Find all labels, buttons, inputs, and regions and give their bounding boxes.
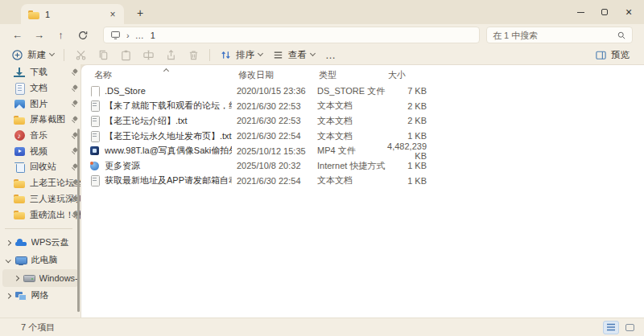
- text-file-icon: [89, 175, 100, 186]
- sort-button[interactable]: 排序: [215, 47, 267, 64]
- file-row[interactable]: 更多资源 2025/10/8 20:32 Internet 快捷方式 1 KB: [81, 158, 644, 174]
- rename-button[interactable]: [137, 47, 159, 64]
- chevron-down-icon: [258, 51, 263, 56]
- address-bar[interactable]: 1: [103, 27, 480, 43]
- sidebar-item-documents[interactable]: 文档: [0, 80, 80, 96]
- share-button[interactable]: [159, 47, 182, 64]
- chevron-right-icon[interactable]: [14, 276, 19, 281]
- file-type: 文本文档: [317, 174, 386, 186]
- sidebar-item-wps-cloud[interactable]: WPS云盘: [0, 234, 80, 252]
- new-button[interactable]: 新建: [6, 47, 59, 64]
- internet-shortcut-icon: [89, 161, 100, 171]
- sidebar-item-pictures[interactable]: 图片: [0, 96, 80, 112]
- sidebar-scrollbar[interactable]: [77, 129, 80, 312]
- paste-button[interactable]: [114, 47, 137, 64]
- back-button[interactable]: ←: [6, 27, 28, 44]
- tab-close-icon[interactable]: [106, 8, 119, 21]
- folder-icon: [14, 114, 25, 125]
- sidebar-item-folder-sanren[interactable]: 三人迷玩深圳: [0, 191, 80, 207]
- sidebar-item-label: Windows-SSD: [39, 273, 79, 283]
- file-name: 【来了就能下载和观看的论坛，纯免费！】.txt: [105, 100, 232, 112]
- view-button[interactable]: 查看: [267, 47, 320, 64]
- sidebar-item-network[interactable]: 网络: [0, 287, 80, 305]
- sidebar-item-videos[interactable]: 视频: [0, 143, 80, 159]
- file-date: 2020/10/15 23:36: [237, 86, 317, 96]
- chevron-right-icon[interactable]: [6, 293, 10, 298]
- column-header-type[interactable]: 类型: [319, 69, 388, 81]
- delete-button[interactable]: [182, 47, 204, 64]
- copy-icon: [97, 49, 109, 61]
- pin-icon: [71, 196, 77, 203]
- folder-icon: [14, 193, 25, 204]
- preview-label: 预览: [611, 49, 630, 61]
- maximize-icon: [601, 9, 608, 15]
- new-label: 新建: [27, 49, 46, 61]
- blank-file-icon: [89, 86, 100, 96]
- sidebar-item-screenshots[interactable]: 屏幕截图: [0, 112, 80, 128]
- pin-icon: [71, 117, 77, 123]
- file-row[interactable]: 【来了就能下载和观看的论坛，纯免费！】.txt 2021/6/30 22:53 …: [81, 99, 644, 114]
- chevron-down-icon: [49, 51, 55, 56]
- sidebar-item-folder-laowang[interactable]: 上老王论坛当: [0, 175, 80, 191]
- file-date: 2021/6/30 22:54: [237, 131, 317, 141]
- search-input[interactable]: [493, 31, 613, 40]
- refresh-button[interactable]: [72, 27, 93, 44]
- documents-icon: [14, 83, 25, 94]
- file-name: 更多资源: [105, 160, 232, 172]
- maximize-button[interactable]: [592, 0, 617, 24]
- file-type: Internet 快捷方式: [317, 160, 386, 172]
- this-pc-icon: [110, 30, 121, 40]
- more-options-button[interactable]: [320, 47, 342, 64]
- tab-folder-1[interactable]: 1: [21, 4, 124, 24]
- sidebar-item-windows-ssd[interactable]: Windows-SSD: [2, 269, 78, 287]
- file-row[interactable]: 获取最新地址及APP请发邮箱自动获取.txt 2021/6/30 22:54 文…: [81, 174, 644, 189]
- text-file-icon: [89, 100, 100, 111]
- file-row[interactable]: www.98T.la@写真偶像Saki偷拍外流！恩德摄... 2025/10/1…: [81, 143, 644, 158]
- column-header-size[interactable]: 大小: [388, 69, 428, 81]
- breadcrumb-item[interactable]: 1: [151, 31, 155, 40]
- file-type: 文本文档: [317, 100, 386, 112]
- search-box[interactable]: [486, 27, 633, 43]
- file-name: 获取最新地址及APP请发邮箱自动获取.txt: [105, 174, 232, 186]
- file-list-panel: 名称 修改日期 类型 大小 .DS_Store 2020/10/15 23:36…: [80, 64, 644, 318]
- toolbar-divider: [209, 49, 210, 61]
- file-row[interactable]: 【老王论坛永久地址发布页】.txt 2021/6/30 22:54 文本文档 1…: [81, 129, 644, 144]
- sidebar-item-folder-zhongbang[interactable]: 重磅流出！林: [0, 207, 80, 223]
- chevron-down-icon[interactable]: [6, 257, 10, 262]
- up-button[interactable]: ↑: [50, 27, 72, 44]
- file-date: 2025/10/8 20:32: [237, 161, 317, 170]
- folder-icon: [28, 9, 39, 20]
- cut-button[interactable]: [69, 47, 92, 64]
- close-button[interactable]: [617, 0, 641, 24]
- file-row[interactable]: 【老王论坛介绍】.txt 2021/6/30 22:53 文本文档 2 KB: [81, 113, 644, 129]
- large-icons-view-toggle[interactable]: [621, 321, 638, 334]
- preview-button[interactable]: 预览: [590, 47, 634, 64]
- column-headers: 名称 修改日期 类型 大小: [81, 67, 644, 84]
- rename-icon: [142, 49, 155, 61]
- column-header-date[interactable]: 修改日期: [238, 69, 319, 81]
- breadcrumb-chevron-icon: [126, 31, 130, 40]
- tab-title: 1: [45, 10, 101, 19]
- file-size: 1 KB: [386, 161, 427, 170]
- sidebar-item-this-pc[interactable]: 此电脑: [0, 252, 80, 269]
- copy-button[interactable]: [92, 47, 114, 64]
- file-row[interactable]: .DS_Store 2020/10/15 23:36 DS_STORE 文件 7…: [81, 84, 644, 99]
- sidebar-item-recycle-bin[interactable]: 回收站: [0, 159, 80, 175]
- pin-icon: [71, 69, 77, 76]
- sidebar-item-music[interactable]: 音乐: [0, 128, 80, 144]
- file-size: 4,482,239 KB: [386, 141, 427, 161]
- breadcrumb-overflow-icon[interactable]: [135, 31, 145, 40]
- network-icon: [15, 290, 27, 301]
- sidebar-item-label: 此电脑: [31, 254, 58, 266]
- file-date: 2025/10/12 15:35: [237, 146, 317, 156]
- forward-button[interactable]: →: [28, 27, 50, 44]
- new-tab-button[interactable]: [132, 6, 148, 20]
- details-view-toggle[interactable]: [603, 321, 619, 334]
- minimize-button[interactable]: [568, 0, 592, 24]
- sidebar-item-downloads[interactable]: 下载: [0, 64, 80, 80]
- window-controls: [568, 0, 641, 24]
- cut-icon: [75, 49, 87, 61]
- chevron-right-icon[interactable]: [6, 240, 10, 245]
- view-label: 查看: [288, 49, 307, 61]
- file-size: 7 KB: [386, 86, 427, 96]
